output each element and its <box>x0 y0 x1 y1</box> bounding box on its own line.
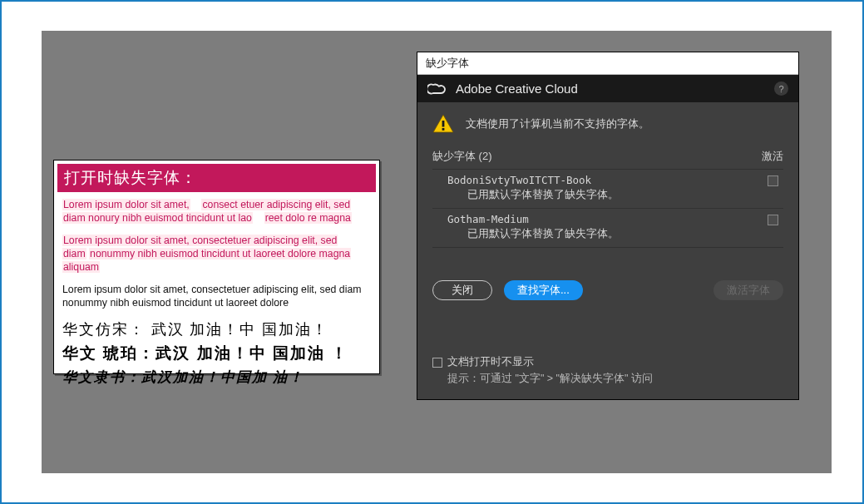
paragraph-1: Lorem ipsum dolor sit amet, consect etue… <box>62 199 371 225</box>
text-highlight: diam <box>62 248 86 259</box>
font-status: 已用默认字体替换了缺失字体。 <box>447 188 619 202</box>
find-fonts-label: 查找字体... <box>517 283 570 298</box>
hint-text: 提示：可通过 "文字" > "解决缺失字体" 访问 <box>432 372 653 386</box>
activate-fonts-button: 激活字体 <box>713 280 783 300</box>
cjk-line-2: 华文 琥珀：武汉 加油！中 国加油 ！ <box>62 343 371 364</box>
activate-checkbox[interactable] <box>768 175 778 186</box>
dont-show-checkbox[interactable] <box>432 358 442 368</box>
activate-fonts-label: 激活字体 <box>727 283 770 298</box>
close-label: 关闭 <box>452 283 473 298</box>
font-list-item[interactable]: Gotham-Medium 已用默认字体替换了缺失字体。 <box>432 209 783 247</box>
dont-show-label: 文档打开时不显示 <box>447 355 534 369</box>
text-highlight: aliquam <box>62 261 100 273</box>
text-highlight: reet dolo re magna <box>264 212 352 224</box>
font-list: BodoniSvtyTwoITCTT-Book 已用默认字体替换了缺失字体。 G… <box>432 169 783 248</box>
dialog-content: 文档使用了计算机当前不支持的字体。 缺少字体 (2) 激活 BodoniSvty… <box>417 102 798 399</box>
dialog-titlebar[interactable]: 缺少字体 <box>417 52 798 75</box>
brand-label: Adobe Creative Cloud <box>456 82 578 96</box>
text-highlight: nonummy nibh euismod tincidunt ut laoree… <box>89 248 351 259</box>
text-highlight: diam nonury nibh euismod tincidunt ut la… <box>62 212 253 224</box>
find-fonts-button[interactable]: 查找字体... <box>504 280 583 300</box>
creative-cloud-icon <box>427 82 447 96</box>
list-header-right: 激活 <box>762 149 783 164</box>
svg-rect-1 <box>442 128 445 131</box>
document-heading: 打开时缺失字体： <box>57 164 376 192</box>
document-body: Lorem ipsum dolor sit amet, consect etue… <box>57 192 376 387</box>
font-name: Gotham-Medium <box>447 213 619 225</box>
activate-checkbox[interactable] <box>768 215 778 225</box>
help-icon: ? <box>778 84 783 94</box>
document-preview: 打开时缺失字体： Lorem ipsum dolor sit amet, con… <box>53 160 380 374</box>
cjk-line-3: 华文隶书：武汉加油！中国加 油！ <box>62 368 371 387</box>
cjk-samples: 华文仿宋： 武汉 加油！中 国加油！ 华文 琥珀：武汉 加油！中 国加油 ！ 华… <box>62 319 371 387</box>
list-header-left: 缺少字体 (2) <box>432 149 492 164</box>
cjk-line-1: 华文仿宋： 武汉 加油！中 国加油！ <box>62 319 371 339</box>
help-button[interactable]: ? <box>774 82 788 96</box>
font-list-item[interactable]: BodoniSvtyTwoITCTT-Book 已用默认字体替换了缺失字体。 <box>432 170 783 208</box>
paragraph-2: Lorem ipsum dolor sit amet, consectetuer… <box>62 235 371 274</box>
font-status: 已用默认字体替换了缺失字体。 <box>447 227 619 241</box>
text-highlight: Lorem ipsum dolor sit amet, <box>62 199 190 210</box>
close-button[interactable]: 关闭 <box>432 280 492 300</box>
font-name: BodoniSvtyTwoITCTT-Book <box>447 174 619 186</box>
missing-fonts-dialog: 缺少字体 Adobe Creative Cloud ? <box>417 52 799 400</box>
dialog-title: 缺少字体 <box>426 57 469 69</box>
dialog-brandbar: Adobe Creative Cloud ? <box>417 75 798 102</box>
app-window-frame: 打开时缺失字体： Lorem ipsum dolor sit amet, con… <box>0 0 864 504</box>
text-highlight: Lorem ipsum dolor sit amet, consectetuer… <box>62 235 338 246</box>
warning-text: 文档使用了计算机当前不支持的字体。 <box>466 116 649 131</box>
warning-icon <box>432 114 454 134</box>
text-highlight: consect etuer adipiscing elit, sed <box>201 199 351 210</box>
svg-rect-0 <box>442 121 445 127</box>
paragraph-3: Lorem ipsum dolor sit amet, consectetuer… <box>62 284 371 310</box>
